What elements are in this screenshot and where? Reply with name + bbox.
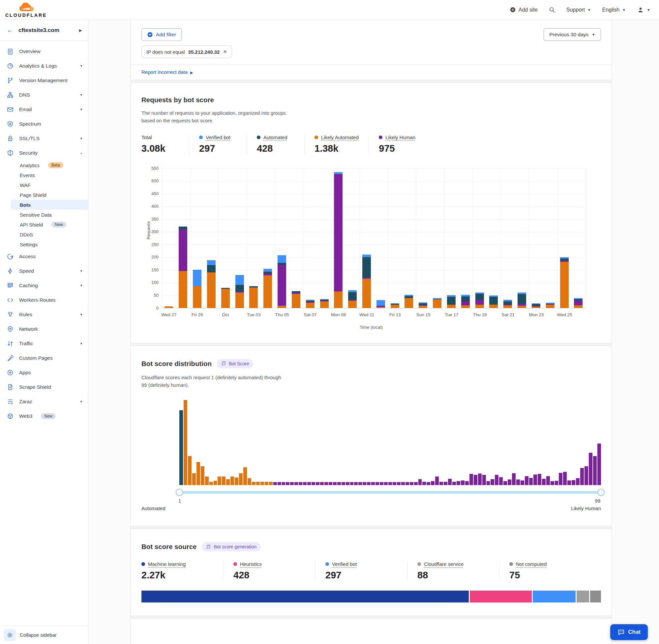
bar-segment-likely-automated[interactable]: [376, 307, 385, 308]
histogram-bar-score-32[interactable]: [311, 482, 315, 485]
sidebar-item-analytics[interactable]: AnalyticsBeta: [0, 160, 88, 170]
histogram-bar-score-28[interactable]: [295, 482, 298, 485]
bar-segment-likely-automated[interactable]: [447, 305, 455, 308]
histogram-bar-score-61[interactable]: [435, 477, 439, 485]
chart-bar[interactable]: [489, 168, 498, 308]
sidebar-item-spectrum[interactable]: Spectrum: [0, 117, 88, 131]
histogram-bar-score-49[interactable]: [384, 482, 388, 485]
bar-segment-likely-automated[interactable]: [560, 262, 569, 308]
sidebar-item-bots[interactable]: Bots: [10, 200, 88, 210]
histogram-bar-score-89[interactable]: [555, 481, 559, 485]
chart-bar[interactable]: [404, 168, 413, 308]
bar-segment-likely-automated[interactable]: [433, 299, 442, 308]
histogram-bar-score-20[interactable]: [260, 482, 264, 485]
histogram-bar-score-57[interactable]: [418, 479, 422, 485]
sidebar-item-caching[interactable]: Caching▼: [0, 278, 88, 293]
histogram-bar-score-17[interactable]: [248, 478, 251, 485]
bar-segment-likely-automated[interactable]: [574, 305, 583, 308]
chart-bar[interactable]: [207, 168, 216, 308]
histogram-bar-score-13[interactable]: [231, 477, 234, 485]
histogram-bar-score-38[interactable]: [337, 482, 341, 485]
collapse-sidebar-button[interactable]: Collapse sidebar: [20, 632, 57, 638]
chart-bar[interactable]: [475, 168, 484, 308]
chart-bar[interactable]: [320, 168, 329, 308]
histogram-bar-score-42[interactable]: [354, 482, 358, 485]
search-button[interactable]: [549, 6, 555, 13]
bar-segment-verified-bot[interactable]: [207, 260, 216, 265]
bar-segment-likely-automated[interactable]: [306, 303, 314, 308]
histogram-bar-score-11[interactable]: [222, 477, 226, 485]
histogram-bar-score-16[interactable]: [243, 467, 247, 485]
histogram-bar-score-19[interactable]: [256, 482, 260, 485]
sidebar-item-version-management[interactable]: Version Management: [0, 73, 88, 88]
slider-track[interactable]: [179, 491, 601, 493]
bar-segment-likely-automated[interactable]: [404, 298, 413, 308]
histogram-bar-score-44[interactable]: [362, 482, 366, 485]
bar-segment-automated[interactable]: [503, 301, 512, 305]
histogram-bar-score-2[interactable]: [184, 400, 187, 485]
sidebar-item-network[interactable]: Network: [0, 322, 88, 336]
histogram-bar-score-77[interactable]: [503, 481, 507, 485]
bar-segment-likely-automated[interactable]: [249, 288, 258, 308]
histogram-bar-score-76[interactable]: [499, 477, 503, 485]
bar-segment-likely-human[interactable]: [334, 174, 343, 291]
chart-bar[interactable]: [461, 168, 470, 308]
close-icon[interactable]: ✕: [223, 49, 227, 55]
bar-segment-likely-automated[interactable]: [179, 271, 187, 308]
sidebar-item-rules[interactable]: Rules▼: [0, 307, 88, 322]
histogram-bar-score-1[interactable]: [179, 410, 183, 485]
histogram-bar-score-86[interactable]: [542, 479, 546, 485]
histogram-bar-score-8[interactable]: [209, 482, 213, 485]
support-menu[interactable]: Support▼: [566, 7, 591, 13]
bar-segment-likely-human[interactable]: [475, 300, 484, 305]
bar-segment-likely-automated[interactable]: [235, 293, 244, 308]
chevron-right-icon[interactable]: ▶: [79, 28, 82, 33]
sidebar-item-ssl-tls[interactable]: SSL/TLS▼: [0, 131, 88, 146]
histogram-bar-score-91[interactable]: [563, 472, 567, 485]
chart-bar[interactable]: [249, 168, 258, 308]
histogram-bar-score-10[interactable]: [217, 477, 221, 485]
histogram-bar-score-64[interactable]: [448, 479, 452, 485]
histogram-bar-score-96[interactable]: [585, 466, 588, 485]
source-segment-machine-learning[interactable]: [141, 591, 469, 602]
bar-segment-likely-automated[interactable]: [348, 301, 357, 308]
chart-bar[interactable]: [179, 168, 187, 308]
account-menu[interactable]: ▼: [637, 6, 651, 14]
sidebar-item-dns[interactable]: DNS▼: [0, 88, 88, 102]
histogram-bar-score-56[interactable]: [414, 482, 418, 485]
chart-bar[interactable]: [221, 168, 230, 308]
bar-segment-likely-automated[interactable]: [362, 279, 371, 308]
sidebar-item-page-shield[interactable]: Page Shield: [0, 190, 88, 200]
site-selector[interactable]: ← cftestsite3.com ▶: [0, 20, 88, 41]
bar-segment-verified-bot[interactable]: [193, 270, 202, 286]
sidebar-item-traffic[interactable]: Traffic▼: [0, 336, 88, 351]
bar-segment-automated[interactable]: [447, 297, 455, 305]
histogram-bar-score-33[interactable]: [316, 482, 320, 485]
sidebar-item-security[interactable]: Security▲: [0, 146, 88, 160]
histogram-bar-score-75[interactable]: [495, 475, 498, 485]
bar-segment-likely-human[interactable]: [179, 229, 187, 271]
chart-bar[interactable]: [532, 168, 540, 308]
histogram-bar-score-26[interactable]: [286, 482, 289, 485]
histogram-bar-score-15[interactable]: [239, 473, 243, 485]
bar-segment-likely-automated[interactable]: [391, 305, 399, 308]
histogram-bar-score-27[interactable]: [290, 482, 294, 485]
bar-segment-likely-automated[interactable]: [292, 294, 300, 308]
histogram-bar-score-30[interactable]: [303, 482, 307, 485]
bar-segment-verified-bot[interactable]: [278, 255, 286, 263]
histogram-bar-score-94[interactable]: [576, 478, 580, 485]
sidebar-item-email[interactable]: Email▼: [0, 102, 88, 117]
histogram-bar-score-3[interactable]: [188, 456, 191, 485]
chart-bar[interactable]: [419, 168, 427, 308]
histogram-bar-score-46[interactable]: [371, 482, 375, 485]
bar-segment-likely-automated[interactable]: [221, 289, 230, 308]
histogram-bar-score-18[interactable]: [252, 482, 256, 485]
bar-segment-likely-automated[interactable]: [334, 292, 343, 308]
chart-bar[interactable]: [165, 168, 173, 308]
chart-bar[interactable]: [334, 168, 343, 308]
histogram-bar-score-65[interactable]: [452, 482, 456, 485]
histogram-bar-score-29[interactable]: [299, 482, 302, 485]
bar-segment-likely-automated[interactable]: [532, 307, 540, 308]
histogram-bar-score-35[interactable]: [324, 482, 328, 485]
bar-segment-verified-bot[interactable]: [362, 255, 371, 257]
